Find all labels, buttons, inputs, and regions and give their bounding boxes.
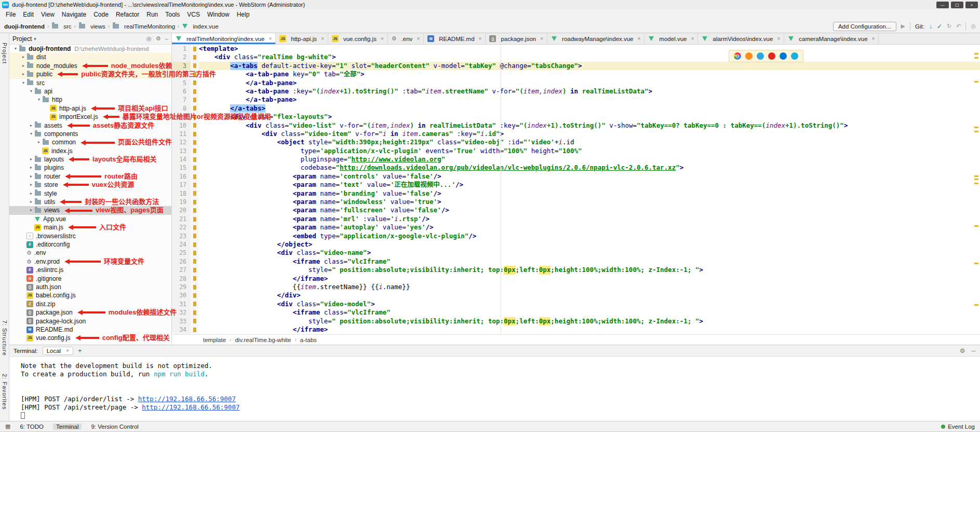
tree-toggle-icon[interactable]: ▸ (28, 172, 34, 181)
code-line[interactable]: 28 </iframe> (172, 275, 980, 283)
code-line[interactable]: 27 style=" position:absolute;visibility:… (172, 266, 980, 274)
tree-toggle-icon[interactable]: ▸ (28, 121, 34, 130)
locate-file-icon[interactable]: ◎ (146, 35, 152, 42)
breadcrumb-item-index.vue[interactable]: index.vue (182, 23, 218, 30)
close-icon[interactable]: × (872, 36, 875, 42)
tree-item-node_modules[interactable]: ▸node_modulesnode_modules依赖 (9, 62, 171, 70)
menu-view[interactable]: View (37, 10, 58, 19)
code-line[interactable]: 30 </div> (172, 291, 980, 299)
code-line[interactable]: 12 <object style="width:390px;height:219… (172, 138, 980, 146)
editor-tab-cameraManage-index.vue[interactable]: cameraManage\index.vue× (784, 33, 879, 44)
tree-item-App.vue[interactable]: App.vue (9, 215, 171, 223)
tree-item-layouts[interactable]: ▸layoutslayouts全局布局相关 (9, 155, 171, 163)
terminal-minimize-icon[interactable]: ─ (971, 347, 976, 355)
tree-item-http[interactable]: ▾http (9, 96, 171, 104)
tree-item-api[interactable]: ▾api (9, 87, 171, 96)
tree-item-main.js[interactable]: JSmain.js入口文件 (9, 223, 171, 231)
firefox-browser-icon[interactable] (745, 52, 753, 60)
code-line[interactable]: 31 <div class="video-model"> (172, 300, 980, 308)
tree-toggle-icon[interactable]: ▸ (28, 163, 34, 172)
code-line[interactable]: 8 </a-tabs> (172, 104, 980, 113)
code-line[interactable]: 15 codebase="http://downloads.videolan.o… (172, 163, 980, 172)
breadcrumb-item-duoji-frontend[interactable]: duoji-frontend (4, 23, 45, 30)
tree-item-.gitignore[interactable]: G.gitignore (9, 275, 171, 283)
tree-item-.browserslistrc[interactable]: ≡.browserslistrc (9, 232, 171, 240)
editor-tab-README.md[interactable]: MREADME.md× (424, 33, 486, 44)
editor-tab-package.json[interactable]: {}package.json× (486, 33, 547, 44)
tree-toggle-icon[interactable]: ▾ (28, 87, 34, 96)
tree-item-common[interactable]: ▸common页面公共组件文件 (9, 138, 171, 146)
git-update-icon[interactable]: ↓ (929, 23, 932, 30)
code-line[interactable]: 11 <div class="video-item" v-for="i in i… (172, 130, 980, 138)
editor-breadcrumb-div.realTime.bg-white[interactable]: div.realTime.bg-white (235, 337, 291, 343)
close-icon[interactable]: × (321, 36, 324, 42)
tree-item-.eslintrc.js[interactable]: E.eslintrc.js (9, 266, 171, 274)
terminal-link[interactable]: http://192.168.66.56:9007 (142, 403, 239, 411)
breadcrumb-item-views[interactable]: views (78, 23, 105, 30)
tree-item-package-lock.json[interactable]: {}package-lock.json (9, 317, 171, 325)
code-line[interactable]: 20 <param name='fullscreen' value='false… (172, 206, 980, 214)
close-icon[interactable]: × (638, 36, 641, 42)
search-everywhere-icon[interactable]: ◎ (971, 23, 976, 30)
minimize-button[interactable]: — (936, 2, 949, 8)
tree-toggle-icon[interactable]: ▸ (28, 181, 34, 189)
tree-item-README.md[interactable]: MREADME.md (9, 325, 171, 334)
code-line[interactable]: 3 <a-tabs default-active-key="1" slot="h… (172, 62, 980, 70)
code-line[interactable]: 7 </a-tab-pane> (172, 96, 980, 104)
menu-code[interactable]: Code (90, 10, 112, 19)
tree-item-importExcel.js[interactable]: JSimportExcel.js暴露环境变量地址给图片or视频资源路径变量调用 (9, 113, 171, 121)
tree-item-assets[interactable]: ▸assetsassets静态资源文件 (9, 121, 171, 130)
tree-item-components[interactable]: ▾components (9, 130, 171, 138)
statusbar-6-todo[interactable]: 6: TODO (20, 424, 44, 430)
tree-toggle-icon[interactable]: ▾ (28, 130, 34, 138)
tree-item-duoji-frontend[interactable]: ▾duoji-frontendD:\zheheWeb\duoji-fronten… (9, 45, 171, 53)
close-icon[interactable]: × (66, 348, 69, 353)
tree-toggle-icon[interactable]: ▸ (28, 206, 34, 214)
code-line[interactable]: 18 <param name='branding' value='false'/… (172, 189, 980, 198)
history-icon[interactable]: ↻ (947, 23, 951, 30)
tree-item-index.js[interactable]: JSindex.js (9, 147, 171, 155)
terminal-link[interactable]: http://192.168.66.56:9007 (138, 395, 236, 403)
tree-item-utils[interactable]: ▸utils封装的一些公共函数方法 (9, 198, 171, 206)
tree-toggle-icon[interactable]: ▸ (36, 138, 42, 146)
close-icon[interactable]: × (540, 36, 543, 42)
tree-item-.editorconfig[interactable]: E.editorconfig (9, 240, 171, 249)
maximize-button[interactable]: ▢ (951, 2, 963, 8)
chrome-browser-icon[interactable] (734, 52, 741, 60)
toolwindow-structure-button[interactable]: 7: Structure (2, 318, 8, 358)
tree-item-store[interactable]: ▸storevuex公共资源 (9, 181, 171, 189)
menu-edit[interactable]: Edit (19, 10, 37, 19)
tree-item-babel.config.js[interactable]: JSbabel.config.js (9, 291, 171, 299)
menu-file[interactable]: File (2, 10, 19, 19)
tree-item-public[interactable]: ▸publicpublic资源文件夹，一般放引用的第三方插件 (9, 70, 171, 78)
toolwindow-switcher-icon[interactable]: ▦ (5, 423, 10, 430)
editor-tab-http-api.js[interactable]: JShttp-api.js× (276, 33, 328, 44)
editor-breadcrumb-template[interactable]: template (203, 337, 226, 343)
close-icon[interactable]: × (381, 36, 384, 42)
tree-item-dist[interactable]: ▸dist (9, 53, 171, 61)
safari-browser-icon[interactable] (757, 52, 764, 60)
edge-browser-icon[interactable] (780, 52, 787, 60)
code-line[interactable]: 32 <iframe class="vlcIframe" (172, 308, 980, 317)
code-line[interactable]: 22 <param name='autoplay' value='yes'/> (172, 223, 980, 231)
tree-toggle-icon[interactable]: ▾ (20, 79, 26, 87)
tree-item-dist.zip[interactable]: Zdist.zip (9, 300, 171, 308)
editor-tab-alarmVideos-index.vue[interactable]: alarmVideos\index.vue× (698, 33, 784, 44)
code-line[interactable]: 24 </object> (172, 240, 980, 249)
code-line[interactable]: 4 <a-tab-pane key="0" tab="全部"> (172, 70, 980, 78)
editor-scrollbar[interactable] (973, 45, 980, 334)
statusbar-9-version-control[interactable]: 9: Version Control (91, 424, 138, 430)
code-line[interactable]: 34 </iframe> (172, 325, 980, 334)
menu-tools[interactable]: Tools (162, 10, 183, 19)
editor-tab-roadwayManage-index.vue[interactable]: roadwayManage\index.vue× (547, 33, 645, 44)
code-line[interactable]: 2 <div class="realTime bg-white"> (172, 53, 980, 61)
terminal-settings-gear-icon[interactable]: ⚙ (960, 347, 965, 355)
tree-toggle-icon[interactable]: ▸ (28, 155, 34, 163)
toolwindow-favorites-button[interactable]: 2: Favorites (2, 372, 8, 412)
code-line[interactable]: 10 <div class="video-list" v-for="(item,… (172, 121, 980, 130)
terminal-output[interactable]: Note that the development build is not o… (9, 357, 980, 421)
run-icon[interactable]: ▶ (901, 23, 905, 30)
terminal-tab-local[interactable]: Local × (43, 347, 73, 355)
rollback-icon[interactable]: ↶ (956, 23, 961, 30)
tree-toggle-icon[interactable]: ▾ (12, 45, 19, 53)
